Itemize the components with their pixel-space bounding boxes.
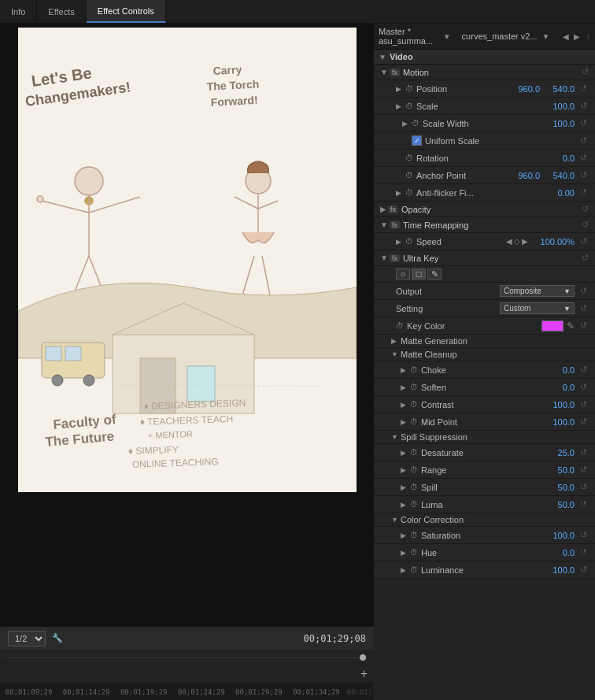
spill-reset[interactable]: ↺: [578, 482, 589, 492]
opacity-reset[interactable]: ↺: [582, 204, 589, 214]
antiflicker-expand[interactable]: ▶: [396, 189, 402, 197]
midpoint-label: Mid Point: [421, 417, 543, 427]
luminance-expand[interactable]: ▶: [401, 566, 407, 574]
position-x[interactable]: 960.0: [508, 84, 540, 94]
choke-value[interactable]: 0.0: [543, 365, 575, 375]
panel-tabs-row: Info Effects Effect Controls: [0, 0, 595, 24]
keycolor-reset[interactable]: ↺: [578, 320, 589, 331]
setting-reset[interactable]: ↺: [578, 303, 589, 313]
add-button[interactable]: +: [360, 667, 368, 681]
antiflicker-reset[interactable]: ↺: [578, 187, 589, 198]
anchor-y[interactable]: 540.0: [543, 171, 575, 180]
time-remapping-header[interactable]: ▼ fx Time Remapping ↺: [374, 217, 595, 233]
saturation-reset[interactable]: ↺: [578, 530, 589, 540]
speed-reset[interactable]: ↺: [578, 236, 589, 246]
contrast-expand[interactable]: ▶: [401, 401, 407, 409]
time-remapping-reset[interactable]: ↺: [582, 220, 589, 230]
tab-effect-controls[interactable]: Effect Controls: [87, 0, 166, 23]
desaturate-value[interactable]: 25.0: [543, 448, 575, 457]
desaturate-reset[interactable]: ↺: [578, 447, 589, 457]
tab-effects[interactable]: Effects: [37, 0, 86, 23]
luma-label: Luma: [421, 500, 543, 509]
anchor-x[interactable]: 960.0: [508, 171, 540, 180]
soften-reset[interactable]: ↺: [578, 382, 589, 392]
nav-right-btn[interactable]: ▶: [574, 32, 580, 41]
position-reset[interactable]: ↺: [578, 83, 589, 94]
desaturate-expand[interactable]: ▶: [401, 449, 407, 457]
luminance-label: Luminance: [421, 565, 543, 575]
position-y[interactable]: 540.0: [543, 84, 575, 94]
soften-expand[interactable]: ▶: [401, 383, 407, 391]
motion-reset[interactable]: ↺: [582, 67, 589, 77]
shape-pen-btn[interactable]: ✎: [427, 269, 442, 280]
rotation-reset[interactable]: ↺: [578, 153, 589, 163]
range-value[interactable]: 50.0: [543, 465, 575, 475]
add-button-row: +: [0, 665, 374, 683]
scale-expand[interactable]: ▶: [396, 102, 402, 110]
output-reset[interactable]: ↺: [578, 286, 589, 296]
spill-expand[interactable]: ▶: [401, 483, 407, 491]
choke-reset[interactable]: ↺: [578, 365, 589, 375]
scale-value[interactable]: 100.0: [543, 102, 575, 111]
speed-kf-next[interactable]: ▶: [522, 237, 528, 246]
spill-suppression-row[interactable]: ▼ Spill Suppression: [374, 431, 595, 444]
opacity-header[interactable]: ▶ fx Opacity ↺: [374, 202, 595, 217]
saturation-expand[interactable]: ▶: [401, 531, 407, 539]
luma-expand[interactable]: ▶: [401, 501, 407, 509]
shape-circle-btn[interactable]: ○: [396, 269, 410, 280]
hue-reset[interactable]: ↺: [578, 547, 589, 557]
quality-selector[interactable]: 1/2 Full 1/4: [8, 631, 46, 646]
contrast-reset[interactable]: ↺: [578, 399, 589, 409]
speed-label: Speed: [416, 237, 506, 246]
shape-square-btn[interactable]: □: [412, 269, 426, 280]
midpoint-reset[interactable]: ↺: [578, 417, 589, 427]
saturation-value[interactable]: 100.0: [543, 531, 575, 540]
nav-left-btn[interactable]: ◀: [563, 32, 569, 41]
ultra-key-reset[interactable]: ↺: [582, 253, 589, 263]
scalewidth-reset[interactable]: ↺: [578, 118, 589, 128]
output-dropdown[interactable]: Composite ▼: [500, 285, 575, 297]
antiflicker-value[interactable]: 0.00: [543, 188, 575, 198]
clip-dropdown-arrow[interactable]: ▼: [542, 32, 550, 41]
midpoint-expand[interactable]: ▶: [401, 418, 407, 426]
uniform-reset[interactable]: ↺: [578, 135, 589, 146]
rotation-value[interactable]: 0.0: [543, 154, 575, 163]
matte-cleanup-row[interactable]: ▼ Matte Cleanup: [374, 348, 595, 361]
position-expand[interactable]: ▶: [396, 85, 402, 93]
key-color-swatch[interactable]: [541, 320, 564, 331]
soften-value[interactable]: 0.0: [543, 383, 575, 392]
matte-generation-row[interactable]: ▶ Matte Generation: [374, 335, 595, 348]
luminance-reset[interactable]: ↺: [578, 565, 589, 575]
luma-reset[interactable]: ↺: [578, 499, 589, 509]
scalewidth-expand[interactable]: ▶: [402, 120, 408, 128]
speed-kf-prev[interactable]: ◀: [506, 237, 512, 246]
luminance-value[interactable]: 100.0: [543, 565, 575, 575]
color-correction-row[interactable]: ▼ Color Correction: [374, 513, 595, 527]
spill-icon: ⏱: [410, 483, 418, 491]
hue-expand[interactable]: ▶: [401, 549, 407, 557]
scalewidth-value[interactable]: 100.0: [543, 119, 575, 128]
spill-value[interactable]: 50.0: [543, 483, 575, 492]
uniform-checkbox[interactable]: ✓: [412, 135, 422, 146]
setting-dropdown[interactable]: Custom ▼: [500, 302, 575, 314]
speed-expand[interactable]: ▶: [396, 238, 402, 246]
hue-value[interactable]: 0.0: [543, 548, 575, 557]
scale-reset[interactable]: ↺: [578, 101, 589, 111]
midpoint-value[interactable]: 100.0: [543, 417, 575, 427]
speed-value[interactable]: 100.00%: [531, 237, 575, 246]
video-section-header[interactable]: ▼ Video: [374, 50, 595, 65]
scroll-up-btn[interactable]: ↑: [586, 31, 591, 41]
eyedropper-icon[interactable]: ✎: [567, 320, 575, 331]
motion-header[interactable]: ▼ fx Motion ↺: [374, 65, 595, 80]
contrast-value[interactable]: 100.0: [543, 400, 575, 409]
ultra-key-header[interactable]: ▼ fx Ultra Key ↺: [374, 250, 595, 266]
range-reset[interactable]: ↺: [578, 465, 589, 475]
luma-value[interactable]: 50.0: [543, 500, 575, 509]
range-expand[interactable]: ▶: [401, 466, 407, 474]
speed-kf-diamond[interactable]: ◇: [514, 237, 520, 246]
anchor-reset[interactable]: ↺: [578, 170, 589, 180]
choke-expand[interactable]: ▶: [401, 366, 407, 374]
ultra-key-label: Ultra Key: [403, 254, 438, 263]
tab-info[interactable]: Info: [0, 0, 37, 23]
master-dropdown-arrow[interactable]: ▼: [443, 32, 451, 41]
